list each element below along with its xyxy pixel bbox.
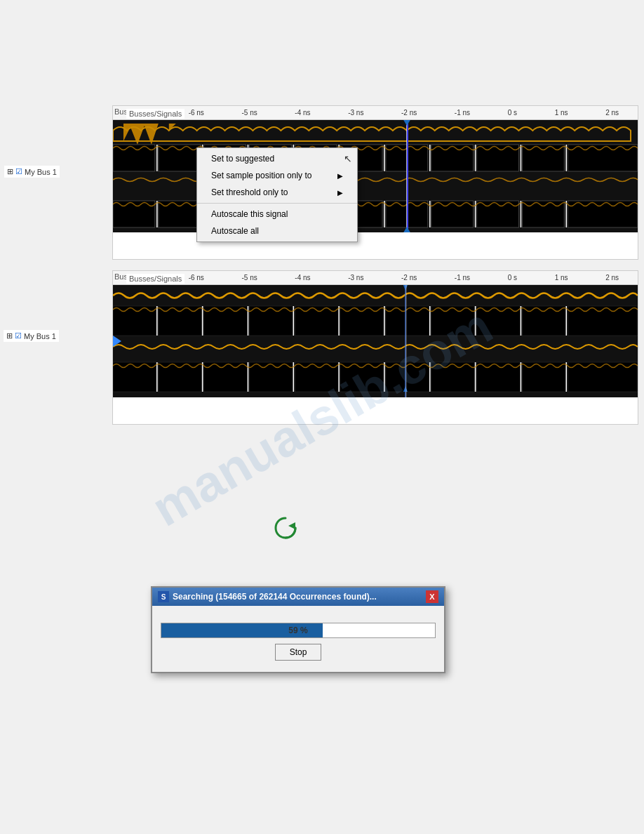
ruler-top: -7 ns -6 ns -5 ns -4 ns -3 ns -2 ns -1 n… bbox=[113, 106, 638, 120]
svg-rect-24 bbox=[159, 201, 201, 227]
stop-button[interactable]: Stop bbox=[275, 644, 322, 661]
dialog-title-text: Searching (154665 of 262144 Occurrences … bbox=[173, 592, 377, 602]
left-arrow-marker bbox=[113, 336, 121, 347]
checkbox-top[interactable]: ☑ bbox=[15, 167, 22, 176]
busses-signals-label-bottom: Busses/Signals bbox=[126, 274, 185, 284]
svg-rect-75 bbox=[431, 362, 475, 392]
submenu-arrow-1: ▶ bbox=[337, 172, 343, 180]
svg-rect-78 bbox=[568, 362, 638, 392]
bus-label-top: ⊞ ☑ My Bus 1 bbox=[4, 166, 60, 178]
svg-rect-9 bbox=[431, 145, 474, 171]
context-menu: Set to suggested Set sample position onl… bbox=[196, 147, 358, 242]
dialog-title-left: S Searching (154665 of 262144 Occurrence… bbox=[158, 591, 377, 602]
bus-label-bottom: ⊞ ☑ My Bus 1 bbox=[4, 330, 59, 342]
signal-panel-top: -7 ns -6 ns -5 ns -4 ns -3 ns -2 ns -1 n… bbox=[112, 105, 638, 260]
progress-bar-container: 59 % bbox=[161, 623, 436, 638]
ruler-bottom: -7 ns -6 ns -5 ns -4 ns -3 ns -2 ns -1 n… bbox=[113, 271, 638, 285]
progress-text: 59 % bbox=[288, 626, 307, 635]
svg-rect-54 bbox=[431, 306, 475, 336]
context-menu-separator bbox=[197, 203, 357, 204]
loading-icon bbox=[270, 512, 302, 546]
waveform-svg-bottom bbox=[113, 285, 638, 397]
waveform-area-top bbox=[113, 120, 638, 232]
submenu-arrow-2: ▶ bbox=[337, 189, 343, 197]
svg-rect-11 bbox=[522, 145, 564, 171]
svg-rect-32 bbox=[522, 201, 564, 227]
svg-rect-71 bbox=[249, 362, 293, 392]
svg-rect-50 bbox=[249, 306, 293, 336]
checkbox-bottom[interactable]: ☑ bbox=[15, 331, 22, 340]
signal-panel-bottom: -7 ns -6 ns -5 ns -4 ns -3 ns -2 ns -1 n… bbox=[112, 270, 638, 425]
marker-bottom-top bbox=[403, 227, 411, 232]
context-menu-item-autoscale-signal[interactable]: Autoscale this signal bbox=[197, 206, 357, 223]
svg-rect-3 bbox=[159, 145, 201, 171]
ruler-labels-top: -7 ns -6 ns -5 ns -4 ns -3 ns -2 ns -1 n… bbox=[113, 109, 638, 117]
ruler-labels-bottom: -7 ns -6 ns -5 ns -4 ns -3 ns -2 ns -1 n… bbox=[113, 274, 638, 282]
context-menu-item-sample-position[interactable]: Set sample position only to ▶ bbox=[197, 167, 357, 184]
waveform-svg-top bbox=[113, 120, 638, 232]
expand-icon-bottom[interactable]: ⊞ bbox=[6, 331, 13, 340]
marker-top-top bbox=[403, 120, 411, 126]
dialog-content: 59 % Stop bbox=[158, 611, 438, 666]
expand-icon-top[interactable]: ⊞ bbox=[7, 167, 13, 176]
svg-rect-57 bbox=[568, 306, 638, 336]
waveform-area-bottom bbox=[113, 285, 638, 397]
context-menu-item-threshold[interactable]: Set threshold only to ▶ bbox=[197, 184, 357, 201]
busses-signals-label-top: Busses/Signals bbox=[126, 109, 185, 119]
svg-rect-30 bbox=[431, 201, 474, 227]
dialog-title-icon: S bbox=[158, 591, 169, 602]
stop-button-container: Stop bbox=[161, 644, 436, 661]
context-menu-item-set-suggested[interactable]: Set to suggested bbox=[197, 150, 357, 167]
cursor-line-top bbox=[407, 120, 408, 232]
context-menu-item-autoscale-all[interactable]: Autoscale all bbox=[197, 223, 357, 239]
progress-dialog: S Searching (154665 of 262144 Occurrence… bbox=[151, 586, 445, 673]
dialog-close-button[interactable]: X bbox=[426, 590, 438, 603]
dialog-titlebar: S Searching (154665 of 262144 Occurrence… bbox=[152, 588, 444, 606]
svg-text:S: S bbox=[161, 593, 166, 601]
